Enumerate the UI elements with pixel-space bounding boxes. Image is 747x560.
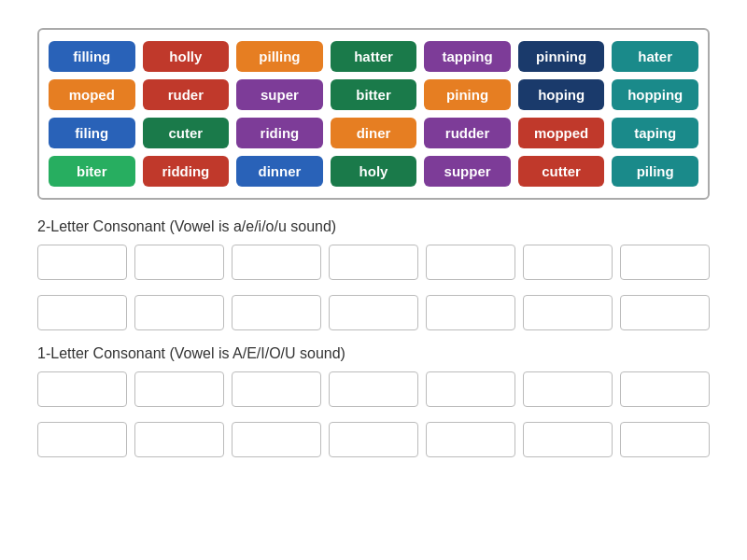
- word-tile[interactable]: hatter: [331, 41, 417, 72]
- word-tile[interactable]: super: [236, 79, 323, 110]
- word-tile[interactable]: hoping: [518, 79, 605, 110]
- drop-cell[interactable]: [426, 422, 515, 457]
- word-tile[interactable]: taping: [612, 118, 698, 148]
- word-tile[interactable]: biter: [49, 156, 135, 187]
- word-bank: fillinghollypillinghattertappingpinningh…: [37, 28, 710, 200]
- drop-cell[interactable]: [232, 245, 321, 280]
- word-tile[interactable]: diner: [331, 118, 417, 148]
- word-tile[interactable]: rudder: [424, 118, 511, 148]
- drop-cell[interactable]: [329, 245, 418, 280]
- drop-cell[interactable]: [134, 245, 224, 280]
- word-tile[interactable]: hopping: [612, 79, 698, 110]
- drop-cell[interactable]: [620, 295, 710, 330]
- drop-cell[interactable]: [523, 245, 613, 280]
- drop-cell[interactable]: [329, 371, 418, 407]
- drop-cell[interactable]: [329, 295, 418, 330]
- drop-cell[interactable]: [134, 295, 224, 330]
- drop-cell[interactable]: [426, 371, 515, 407]
- word-tile[interactable]: mopped: [518, 118, 605, 148]
- word-tile[interactable]: supper: [424, 156, 511, 187]
- word-tile[interactable]: ridding: [143, 156, 230, 187]
- drop-grid: [37, 371, 710, 407]
- word-tile[interactable]: bitter: [331, 79, 417, 110]
- word-tile[interactable]: holly: [143, 41, 230, 72]
- drop-cell[interactable]: [620, 371, 710, 407]
- drop-cell[interactable]: [620, 422, 710, 457]
- drop-cell[interactable]: [134, 422, 224, 457]
- section-label: 1-Letter Consonant (Vowel is A/E/I/O/U s…: [37, 345, 710, 362]
- drop-cell[interactable]: [37, 422, 127, 457]
- section-label: 2-Letter Consonant (Vowel is a/e/i/o/u s…: [37, 218, 710, 235]
- word-tile[interactable]: tapping: [424, 41, 511, 72]
- word-tile[interactable]: pilling: [236, 41, 323, 72]
- drop-grid: [37, 245, 710, 280]
- drop-cell[interactable]: [426, 245, 515, 280]
- drop-cell[interactable]: [523, 295, 613, 330]
- drop-cell[interactable]: [232, 371, 321, 407]
- drop-grid: [37, 422, 710, 457]
- drop-cell[interactable]: [232, 295, 321, 330]
- drop-cell[interactable]: [37, 295, 127, 330]
- drop-cell[interactable]: [134, 371, 224, 407]
- word-tile[interactable]: piling: [612, 156, 698, 187]
- drop-cell[interactable]: [620, 245, 710, 280]
- word-tile[interactable]: ruder: [143, 79, 230, 110]
- word-tile[interactable]: dinner: [236, 156, 323, 187]
- word-tile[interactable]: pinning: [518, 41, 605, 72]
- word-tile[interactable]: hater: [612, 41, 698, 72]
- word-tile[interactable]: filling: [49, 41, 135, 72]
- drop-cell[interactable]: [329, 422, 418, 457]
- drop-cell[interactable]: [523, 371, 613, 407]
- word-tile[interactable]: holy: [331, 156, 417, 187]
- word-tile[interactable]: pining: [424, 79, 511, 110]
- word-tile[interactable]: riding: [236, 118, 323, 148]
- drop-cell[interactable]: [426, 295, 515, 330]
- drop-cell[interactable]: [37, 245, 127, 280]
- word-tile[interactable]: cuter: [143, 118, 230, 148]
- drop-cell[interactable]: [37, 371, 127, 407]
- word-tile[interactable]: filing: [49, 118, 135, 148]
- word-tile[interactable]: cutter: [518, 156, 605, 187]
- drop-cell[interactable]: [523, 422, 613, 457]
- word-tile[interactable]: moped: [49, 79, 135, 110]
- drop-grid: [37, 295, 710, 330]
- drop-cell[interactable]: [232, 422, 321, 457]
